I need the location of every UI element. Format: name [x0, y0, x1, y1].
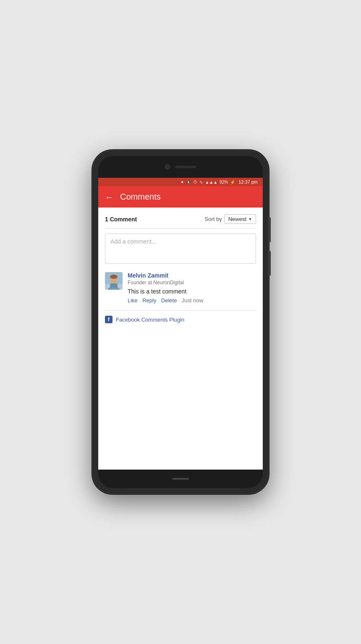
- phone-device: ✦ 🔇 ⏱ ∿ ▲▲▲ 92% ⚡ 12:37 pm ← Comments 1 …: [92, 150, 269, 494]
- comment-item: Melvin Zammit Founder at NeuronDigital T…: [105, 272, 256, 304]
- phone-screen: ✦ 🔇 ⏱ ∿ ▲▲▲ 92% ⚡ 12:37 pm ← Comments 1 …: [98, 178, 263, 470]
- back-button[interactable]: ←: [105, 193, 113, 201]
- content-area: 1 Comment Sort by Newest ▼ Add a comment…: [98, 208, 263, 470]
- like-button[interactable]: Like: [128, 297, 138, 304]
- comment-count: 1 Comment: [105, 216, 137, 223]
- comment-text: This is a test comment: [128, 288, 256, 295]
- battery-percent: 92%: [220, 180, 228, 184]
- avatar-image: [105, 272, 123, 290]
- separator-1: ·: [139, 298, 141, 304]
- wifi-icon: ∿: [199, 180, 203, 184]
- fb-plugin-link[interactable]: f Facebook Comments Plugin: [105, 316, 256, 323]
- signal-icon: ▲▲▲: [205, 180, 217, 184]
- avatar: [105, 272, 123, 290]
- sort-controls: Sort by Newest ▼: [205, 214, 256, 224]
- alarm-icon: ⏱: [193, 180, 197, 184]
- comments-header: 1 Comment Sort by Newest ▼: [105, 214, 256, 229]
- comment-timestamp: Just now: [182, 297, 203, 304]
- sort-dropdown[interactable]: Newest ▼: [225, 214, 256, 224]
- top-bezel: [98, 156, 263, 178]
- app-bar-title: Comments: [120, 192, 161, 202]
- delete-button[interactable]: Delete: [161, 297, 177, 304]
- comment-actions: Like · Reply · Delete · Just now: [128, 297, 256, 304]
- charging-icon: ⚡: [230, 180, 235, 184]
- comment-body: Melvin Zammit Founder at NeuronDigital T…: [128, 272, 256, 304]
- commenter-name: Melvin Zammit: [128, 272, 256, 279]
- separator-3: ·: [178, 298, 180, 304]
- reply-button[interactable]: Reply: [142, 297, 156, 304]
- svg-point-4: [110, 275, 118, 279]
- svg-rect-5: [110, 283, 118, 288]
- facebook-icon: f: [105, 316, 112, 323]
- comment-input-placeholder: Add a comment...: [110, 238, 157, 245]
- dropdown-arrow-icon: ▼: [248, 217, 252, 221]
- bottom-bezel: [98, 470, 263, 488]
- mute-icon: 🔇: [186, 180, 191, 184]
- phone-inner: ✦ 🔇 ⏱ ∿ ▲▲▲ 92% ⚡ 12:37 pm ← Comments 1 …: [98, 156, 263, 488]
- sort-by-label: Sort by: [205, 216, 222, 222]
- commenter-title: Founder at NeuronDigital: [128, 280, 256, 286]
- app-bar: ← Comments: [98, 186, 263, 208]
- status-bar: ✦ 🔇 ⏱ ∿ ▲▲▲ 92% ⚡ 12:37 pm: [98, 178, 263, 186]
- fb-plugin-label: Facebook Comments Plugin: [116, 317, 184, 323]
- sort-value: Newest: [228, 216, 246, 222]
- divider: [105, 310, 256, 311]
- comment-input-container[interactable]: Add a comment...: [105, 234, 256, 264]
- front-camera: [165, 164, 170, 169]
- bluetooth-icon: ✦: [180, 180, 184, 184]
- status-time: 12:37 pm: [238, 179, 258, 184]
- separator-2: ·: [158, 298, 159, 304]
- earpiece-speaker: [175, 166, 196, 168]
- home-indicator: [172, 478, 189, 480]
